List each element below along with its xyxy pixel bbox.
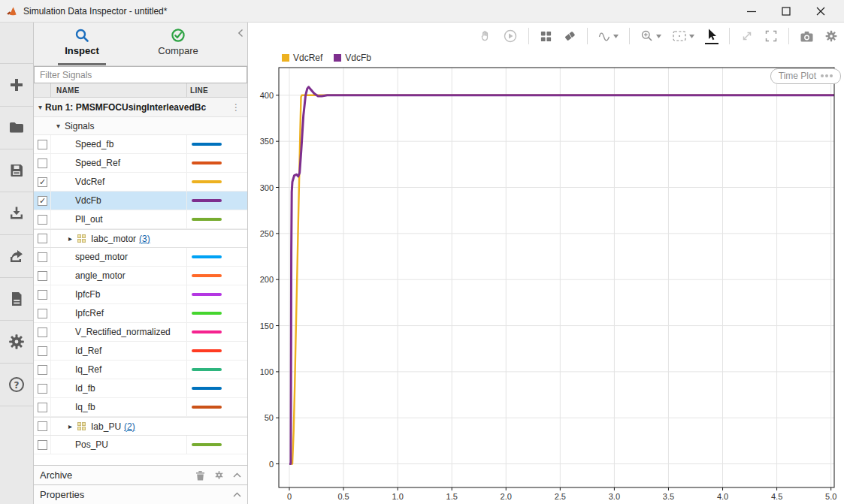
properties-label: Properties: [40, 489, 84, 500]
signal-row[interactable]: speed_motor: [34, 248, 247, 267]
signal-row[interactable]: ✓VdcRef: [34, 173, 247, 192]
export-button[interactable]: [0, 235, 33, 278]
layout-grid-button[interactable]: [540, 30, 552, 43]
time-plot-label: Time Plot: [779, 71, 816, 81]
signal-count-link[interactable]: (3): [139, 234, 150, 244]
expand-bus-icon[interactable]: ▸: [68, 422, 72, 430]
archive-gear-icon[interactable]: [214, 470, 224, 480]
pointer-button[interactable]: [705, 28, 718, 44]
line-column-header: LINE: [190, 86, 208, 95]
signal-row[interactable]: Pll_out: [34, 210, 247, 229]
signal-row[interactable]: Speed_Ref: [34, 154, 247, 173]
report-button[interactable]: [0, 278, 33, 321]
signal-checkbox[interactable]: [38, 327, 47, 337]
signal-count-link[interactable]: (2): [124, 421, 135, 432]
settings-button[interactable]: [824, 29, 838, 43]
zoom-rect-button[interactable]: [672, 30, 694, 42]
zoom-in-button[interactable]: [640, 29, 661, 43]
signal-checkbox[interactable]: [38, 290, 47, 300]
svg-text:2.5: 2.5: [555, 492, 566, 501]
signal-checkbox[interactable]: [38, 384, 47, 394]
tab-inspect[interactable]: Inspect: [34, 23, 130, 65]
pan-button[interactable]: [479, 29, 492, 43]
signal-checkbox[interactable]: [38, 140, 47, 149]
signal-row[interactable]: Pos_PU: [34, 436, 247, 454]
signal-row[interactable]: Speed_fb: [34, 135, 247, 154]
run-menu-icon[interactable]: ⋮: [231, 102, 240, 113]
run-row[interactable]: ▾ Run 1: PMSMFOCUsingInterleavedBc ⋮: [34, 98, 247, 117]
signal-checkbox[interactable]: ✓: [38, 177, 47, 187]
settings-gear-icon: [824, 29, 838, 43]
signal-row[interactable]: V_Rectified_normalized: [34, 323, 247, 342]
snapshot-button[interactable]: [800, 30, 814, 43]
signal-row[interactable]: Id_fb: [34, 379, 247, 398]
svg-text:200: 200: [260, 275, 274, 284]
maximize-button[interactable]: [769, 0, 803, 22]
signal-checkbox[interactable]: [38, 346, 47, 356]
save-button[interactable]: [0, 149, 33, 192]
filter-signals-input[interactable]: [34, 66, 247, 83]
bus-row[interactable]: ▸Iab_PU(2): [34, 417, 247, 436]
import-button[interactable]: [0, 192, 33, 235]
signal-row[interactable]: ✓VdcFb: [34, 192, 247, 210]
time-plot-badge[interactable]: Time Plot: [770, 68, 841, 84]
tabs-bar: Inspect Compare: [34, 23, 247, 66]
svg-text:3.0: 3.0: [609, 492, 620, 501]
properties-section-bar[interactable]: Properties: [34, 484, 247, 504]
signal-checkbox[interactable]: [38, 440, 47, 450]
close-button[interactable]: [803, 0, 838, 22]
signal-checkbox[interactable]: [38, 215, 47, 225]
badge-menu-dots-icon[interactable]: [821, 74, 833, 77]
signal-wave-button[interactable]: [598, 30, 619, 43]
run-label: Run 1: PMSMFOCUsingInterleavedBc: [45, 102, 216, 113]
hand-icon: [479, 29, 492, 43]
fullscreen-button[interactable]: [764, 29, 778, 43]
collapse-panel-icon[interactable]: [237, 27, 244, 41]
archive-section-bar[interactable]: Archive: [34, 465, 247, 484]
trash-icon[interactable]: [195, 470, 205, 481]
signal-row[interactable]: Iq_Ref: [34, 361, 247, 379]
open-button[interactable]: [0, 107, 33, 149]
minimize-button[interactable]: [734, 0, 769, 22]
collapse-properties-icon[interactable]: [233, 492, 241, 497]
svg-text:0: 0: [287, 492, 292, 501]
collapse-group-icon[interactable]: ▾: [56, 122, 60, 130]
signal-checkbox[interactable]: ✓: [38, 196, 47, 206]
signals-group-row[interactable]: ▾ Signals: [34, 117, 247, 135]
window-title: Simulation Data Inspector - untitled*: [23, 6, 167, 17]
plot-area: 00.51.01.52.02.53.03.54.04.55.0050100150…: [248, 50, 844, 504]
signal-checkbox[interactable]: [38, 309, 47, 318]
collapse-run-icon[interactable]: ▾: [38, 103, 42, 111]
signal-row[interactable]: Iq_fb: [34, 398, 247, 417]
signal-name: Iq_fb: [75, 402, 95, 412]
replay-button[interactable]: [503, 29, 518, 44]
preferences-button[interactable]: [0, 321, 33, 364]
dropdown-caret-icon: [689, 35, 694, 38]
fit-diagonal-button[interactable]: [740, 29, 754, 43]
expand-bus-icon[interactable]: ▸: [68, 234, 72, 243]
eraser-button[interactable]: [563, 29, 576, 43]
signal-checkbox[interactable]: [38, 403, 47, 412]
svg-text:400: 400: [260, 91, 274, 100]
signal-checkbox[interactable]: [38, 158, 47, 168]
bus-row[interactable]: ▸Iabc_motor(3): [34, 229, 247, 248]
collapse-archive-icon[interactable]: [233, 472, 241, 478]
signal-row[interactable]: IpfcFb: [34, 285, 247, 304]
tab-compare[interactable]: Compare: [130, 23, 226, 65]
plot-svg[interactable]: 00.51.01.52.02.53.03.54.04.55.0050100150…: [248, 50, 844, 504]
signal-checkbox[interactable]: [38, 421, 47, 431]
help-button[interactable]: ?: [0, 364, 33, 406]
legend-item[interactable]: VdcRef: [282, 53, 322, 63]
signal-checkbox[interactable]: [38, 365, 47, 375]
signal-row[interactable]: Id_Ref: [34, 342, 247, 361]
signal-checkbox[interactable]: [38, 271, 47, 281]
chart-panel: 00.51.01.52.02.53.03.54.04.55.0050100150…: [248, 23, 844, 504]
signal-row[interactable]: IpfcRef: [34, 304, 247, 323]
signal-checkbox[interactable]: [38, 234, 47, 243]
line-color-swatch: [192, 255, 222, 258]
signal-row[interactable]: angle_motor: [34, 267, 247, 285]
add-button[interactable]: [0, 64, 33, 107]
line-color-swatch: [192, 180, 222, 183]
signal-checkbox[interactable]: [38, 252, 47, 262]
legend-item[interactable]: VdcFb: [334, 53, 371, 63]
